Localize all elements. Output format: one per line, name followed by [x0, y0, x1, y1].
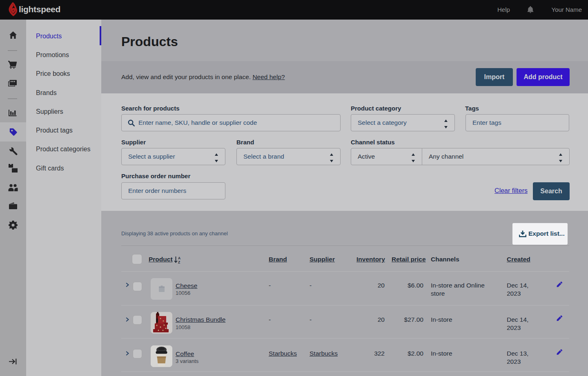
svg-text:Z: Z: [178, 260, 180, 264]
svg-text:A: A: [178, 256, 180, 260]
